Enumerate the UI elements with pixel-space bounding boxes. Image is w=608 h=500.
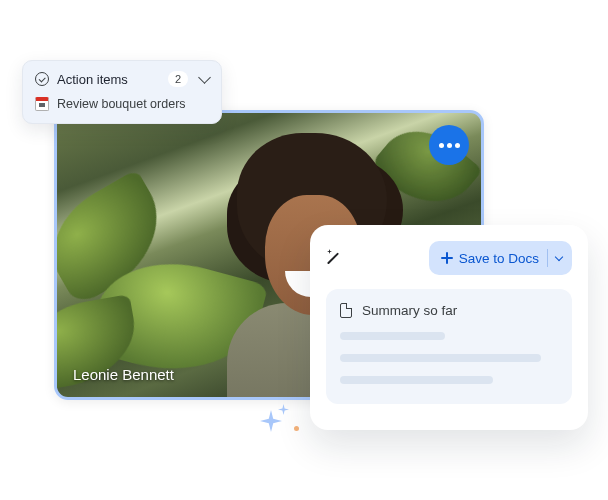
summary-line-placeholder	[340, 376, 493, 384]
plus-icon	[441, 252, 453, 264]
button-divider	[547, 249, 548, 267]
more-icon	[455, 143, 460, 148]
summary-body: Summary so far	[326, 289, 572, 404]
chevron-down-icon	[198, 71, 211, 84]
caret-down-icon[interactable]	[555, 252, 563, 260]
more-icon	[447, 143, 452, 148]
summary-card: Save to Docs Summary so far	[310, 225, 588, 430]
save-to-docs-label: Save to Docs	[459, 251, 539, 266]
summary-line-placeholder	[340, 332, 445, 340]
action-item-row[interactable]: Review bouquet orders	[35, 97, 209, 111]
more-options-button[interactable]	[429, 125, 469, 165]
action-items-count: 2	[168, 71, 188, 87]
action-items-title: Action items	[57, 72, 128, 87]
calendar-icon	[35, 97, 49, 111]
action-items-header[interactable]: Action items 2	[35, 71, 209, 87]
save-to-docs-button[interactable]: Save to Docs	[429, 241, 572, 275]
action-items-panel: Action items 2 Review bouquet orders	[22, 60, 222, 124]
participant-name-label: Leonie Bennett	[73, 366, 174, 383]
document-icon	[340, 303, 352, 318]
magic-wand-icon	[326, 249, 344, 267]
summary-line-placeholder	[340, 354, 541, 362]
action-item-label: Review bouquet orders	[57, 97, 186, 111]
sparkle-icon	[260, 410, 282, 432]
sparkle-icon	[278, 404, 289, 415]
check-circle-icon	[35, 72, 49, 86]
more-icon	[439, 143, 444, 148]
summary-title-row: Summary so far	[340, 303, 558, 318]
sparkle-dot	[294, 426, 299, 431]
summary-title-label: Summary so far	[362, 303, 457, 318]
